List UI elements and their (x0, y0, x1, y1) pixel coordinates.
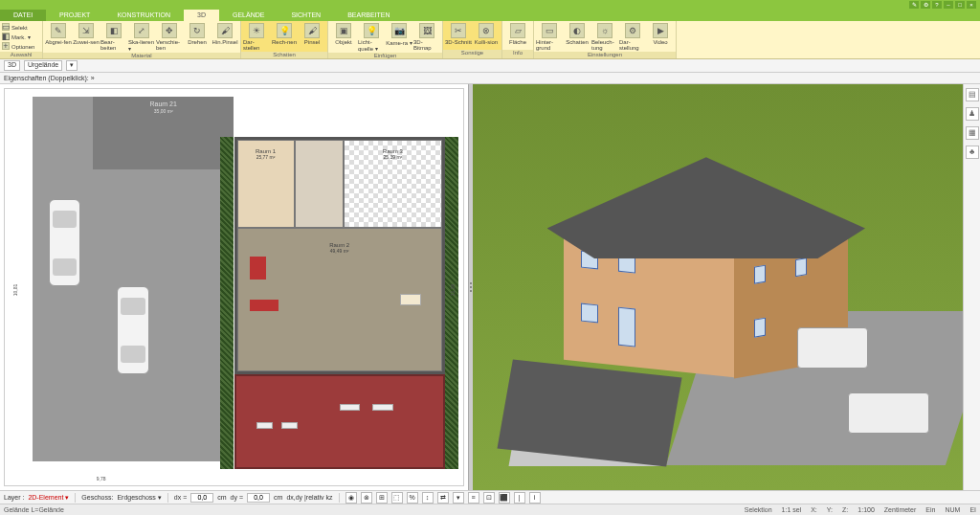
window-icon (755, 317, 767, 337)
layer-select[interactable]: 2D-Element ▾ (28, 494, 69, 502)
tab-bearbeiten[interactable]: BEARBEITEN (334, 10, 403, 21)
status-left: Gelände L=Gelände (4, 506, 64, 513)
driveway-area: Raum 21 35,00 m² (33, 97, 234, 461)
tab-3d[interactable]: 3D (184, 10, 219, 21)
dx-input[interactable] (190, 493, 213, 503)
window-close-button[interactable]: × (967, 1, 976, 9)
tab-gelaende[interactable]: GELÄNDE (219, 10, 278, 21)
shadow-display-button[interactable]: ☀Dar-stellen (243, 22, 270, 51)
lounge-icon (372, 404, 393, 412)
ribbon-group-label: Sonstige (443, 50, 501, 58)
dropdown-icon[interactable]: ▾ (453, 492, 464, 504)
insert-camera-button[interactable]: 📷Kame-ra ▾ (386, 22, 412, 46)
car-icon (117, 286, 149, 373)
insert-object-button[interactable]: ▣Objekt (330, 22, 357, 45)
move-material-button[interactable]: ✥Verschie-ben (156, 22, 183, 51)
ribbon-group-einstellungen: ▭Hinter-grund ◐Schatten ☼Beleuch-tung ⚙D… (534, 21, 677, 58)
snap2-icon[interactable]: ⊗ (361, 492, 372, 504)
collision-button[interactable]: ⊗Kolli-sion (473, 22, 500, 45)
window-pencil-icon[interactable]: ✎ (909, 1, 919, 9)
options-button[interactable]: +Optionen (2, 41, 40, 51)
insert-3dbitmap-button[interactable]: 🖼3D-Bitmap (413, 22, 440, 51)
percent-icon[interactable]: % (407, 492, 418, 504)
status-bar: Gelände L=Gelände Selektion 1:1 sel X: Y… (0, 504, 980, 515)
tab-sichten[interactable]: SICHTEN (278, 10, 334, 21)
ribbon-group-label: Info (502, 50, 533, 58)
plants-icon[interactable]: ♣ (966, 146, 979, 159)
title-bar: ✎ ⚙ ? – □ × (0, 0, 980, 10)
background-button[interactable]: ▭Hinter-grund (536, 22, 563, 51)
shadow-brush-button[interactable]: 🖌Pinsel (299, 22, 325, 45)
3d-view-pane[interactable]: ▤ ♟ ▦ ♣ (473, 84, 980, 490)
select-button[interactable]: ▭Selekt (2, 22, 40, 32)
ribbon-group-label: Schatten (241, 52, 327, 58)
assign-material-button[interactable]: ⇲Zuwei-sen (73, 22, 100, 45)
ribbon-group-auswahl: ▭Selekt ◧Mark. ▾ +Optionen Auswahl (0, 21, 43, 58)
dy-unit: cm (274, 494, 282, 501)
layers-icon[interactable]: ▤ (966, 88, 979, 101)
scale-material-button[interactable]: ⤢Ska-lieren ▾ (128, 22, 155, 52)
bg-brush-button[interactable]: 🖌Hin.Pinsel (212, 22, 238, 45)
window-help-icon[interactable]: ? (932, 1, 942, 9)
lounger-icon (256, 422, 273, 430)
display-button[interactable]: ⚙Dar-stellung (619, 22, 646, 51)
hflip-icon[interactable]: ⇄ (437, 492, 449, 504)
3d-car (797, 327, 868, 368)
insert-light-button[interactable]: 💡Licht-quelle ▾ (358, 22, 385, 52)
sep-icon: | (514, 492, 525, 504)
door-icon (618, 307, 635, 347)
floorplan-canvas[interactable]: Raum 21 35,00 m² Raum 4 Raum 125,77 m² R… (4, 88, 464, 486)
info-icon[interactable]: i (529, 492, 541, 504)
floor-label: Geschoss: (81, 494, 113, 501)
solid-icon[interactable]: ⬛ (499, 492, 510, 504)
snap-icon[interactable]: ◉ (345, 492, 357, 504)
area-button[interactable]: ▱Fläche (504, 22, 531, 45)
lines-icon[interactable]: ≡ (468, 492, 479, 504)
tab-datei[interactable]: DATEI (0, 10, 46, 21)
shadows-button[interactable]: ◐Schatten (564, 22, 590, 45)
dimension-label: 10,81 (12, 284, 18, 297)
vflip-icon[interactable]: ↕ (422, 492, 434, 504)
fill-icon[interactable]: ⊡ (483, 492, 495, 504)
status-ein: Ein (925, 506, 935, 513)
main-area: Raum 21 35,00 m² Raum 4 Raum 125,77 m² R… (0, 84, 980, 490)
shadow-calc-button[interactable]: 💡Rech-nen (271, 22, 298, 45)
view-mode-field[interactable]: 3D (4, 60, 20, 71)
view-tool-strip: ▤ ♟ ▦ ♣ (963, 84, 980, 490)
tab-konstruktion[interactable]: KONSTRUKTION (103, 10, 184, 21)
3d-car (848, 392, 929, 433)
terrain-dropdown[interactable]: ▾ (66, 60, 78, 71)
ribbon-group-label: Auswahl (0, 52, 42, 58)
car-icon (49, 199, 81, 286)
room-1: Raum 125,77 m² (237, 140, 295, 228)
coord-mode[interactable]: dx,dy |relativ kz (286, 494, 332, 501)
grid-icon[interactable]: ⊞ (376, 492, 388, 504)
edit-material-button[interactable]: ◧Bear-beiten (100, 22, 127, 51)
floor-select[interactable]: Erdgeschoss ▾ (117, 494, 161, 502)
lighting-button[interactable]: ☼Beleuch-tung (591, 22, 618, 51)
rotate-material-button[interactable]: ↻Drehen (184, 22, 211, 45)
3d-section-button[interactable]: ✂3D-Schnitt (445, 22, 472, 45)
video-button[interactable]: ▶Video (647, 22, 674, 45)
window-maximize-button[interactable]: □ (955, 1, 965, 9)
room-2: Raum 249,49 m² (237, 228, 442, 371)
ribbon-group-sonstige: ✂3D-Schnitt ⊗Kolli-sion Sonstige (443, 21, 502, 58)
pick-material-button[interactable]: ✎Abgrei-fen (45, 22, 72, 45)
box-icon[interactable]: ⬚ (391, 492, 403, 504)
tab-projekt[interactable]: PROJEKT (46, 10, 103, 21)
materials-icon[interactable]: ▦ (966, 126, 979, 140)
properties-bar[interactable]: Eigenschaften (Doppelklick): » (0, 73, 980, 84)
terrain-select[interactable]: Urgelände (24, 60, 62, 71)
garage-roof: Raum 21 35,00 m² (93, 97, 234, 169)
floorplan-pane[interactable]: Raum 21 35,00 m² Raum 4 Raum 125,77 m² R… (0, 84, 469, 490)
furniture-icon[interactable]: ♟ (966, 107, 979, 121)
status-selection: Selektion (745, 506, 772, 513)
mark-button[interactable]: ◧Mark. ▾ (2, 32, 40, 41)
sofa-icon (250, 300, 278, 311)
3d-roof (547, 157, 865, 258)
house-outline: Raum 4 Raum 125,77 m² Raum 325,39 m² Rau… (234, 137, 445, 374)
ribbon-group-label: Einstellungen (534, 52, 676, 58)
window-minimize-button[interactable]: – (944, 1, 953, 9)
dy-input[interactable] (247, 493, 270, 503)
window-gear-icon[interactable]: ⚙ (921, 1, 930, 9)
